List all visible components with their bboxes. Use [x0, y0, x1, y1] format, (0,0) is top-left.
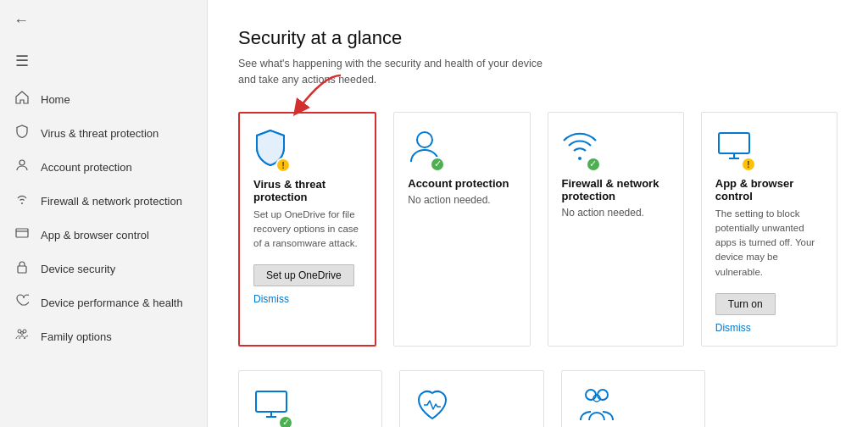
cards-row-1: ! Virus & threat protection Set up OneDr… [238, 112, 837, 347]
svg-point-8 [417, 132, 432, 147]
check-badge-device: ✓ [278, 415, 293, 427]
back-button[interactable]: ← [14, 12, 29, 30]
monitor-green-icon-area: ✓ [253, 386, 290, 427]
device-security-card: ✓ Device security View status and manage… [238, 370, 382, 427]
svg-rect-9 [719, 133, 749, 153]
sidebar-top: ← [0, 0, 207, 36]
sidebar-item-account[interactable]: Account protection [0, 150, 207, 184]
sidebar-item-home[interactable]: Home [0, 82, 207, 116]
firewall-card: ✓ Firewall & network protection No actio… [548, 112, 684, 347]
shield-warn-icon-area: ! [253, 129, 287, 169]
family-icon-area [576, 386, 618, 427]
setup-onedrive-button[interactable]: Set up OneDrive [253, 264, 354, 286]
sidebar-label-device-security: Device security [41, 263, 115, 275]
turn-on-button[interactable]: Turn on [715, 293, 776, 315]
warning-badge-app: ! [741, 157, 756, 172]
check-badge-account: ✓ [430, 157, 445, 172]
device-health-card: Device performance & health No action ne… [399, 370, 543, 427]
check-badge-firewall: ✓ [586, 157, 601, 172]
virus-card-desc: Set up OneDrive for file recovery option… [253, 208, 361, 252]
firewall-card-status: No action needed. [562, 207, 670, 219]
account-card-status: No action needed. [408, 194, 515, 206]
warning-badge: ! [275, 158, 291, 173]
svg-point-6 [21, 332, 24, 335]
page-title: Security at a glance [238, 27, 837, 49]
shield-icon [14, 125, 31, 141]
home-icon [14, 91, 31, 108]
lock-icon [14, 260, 31, 277]
svg-point-16 [598, 390, 608, 400]
person-icon [14, 158, 31, 175]
app-browser-dismiss-link[interactable]: Dismiss [715, 322, 823, 334]
heart-icon-nav [14, 294, 31, 311]
app-browser-card: ! App & browser control The setting to b… [701, 112, 837, 347]
svg-rect-3 [18, 266, 26, 273]
person-check-icon-area: ✓ [408, 128, 442, 169]
cards-row-2: ✓ Device security View status and manage… [238, 370, 837, 427]
wifi-icon [14, 192, 31, 209]
svg-rect-1 [16, 229, 28, 237]
sidebar-label-firewall: Firewall & network protection [41, 195, 182, 208]
menu-icon[interactable]: ☰ [2, 43, 207, 79]
family-options-card: Family options Manage how your family us… [561, 370, 705, 427]
wifi-check-icon-area: ✓ [562, 128, 598, 169]
sidebar-label-home: Home [41, 93, 70, 106]
sidebar-item-device-health[interactable]: Device performance & health [0, 286, 207, 319]
heart-icon [414, 386, 451, 424]
account-protection-card: ✓ Account protection No action needed. [393, 112, 530, 347]
sidebar-label-virus: Virus & threat protection [41, 127, 159, 140]
sidebar-item-virus[interactable]: Virus & threat protection [0, 116, 207, 150]
sidebar-item-device-security[interactable]: Device security [0, 252, 207, 286]
family-icon [576, 386, 618, 424]
sidebar-label-app-browser: App & browser control [41, 229, 149, 241]
heart-icon-area [414, 386, 451, 427]
sidebar-nav: Home Virus & threat protection Account p… [0, 82, 207, 353]
family-icon-nav [14, 328, 31, 345]
sidebar-label-account: Account protection [41, 161, 132, 174]
account-card-title: Account protection [408, 177, 515, 190]
virus-threat-card: ! Virus & threat protection Set up OneDr… [238, 112, 376, 347]
monitor-warn-icon-area: ! [715, 128, 753, 169]
app-browser-card-desc: The setting to block potentially unwante… [715, 207, 823, 280]
sidebar-item-firewall[interactable]: Firewall & network protection [0, 184, 207, 218]
sidebar-label-device-health: Device performance & health [41, 297, 183, 309]
empty-spacer [722, 370, 837, 427]
app-browser-card-title: App & browser control [715, 177, 823, 202]
sidebar-item-family[interactable]: Family options [0, 319, 207, 353]
svg-point-0 [19, 160, 25, 165]
sidebar-label-family: Family options [41, 330, 112, 343]
virus-dismiss-link[interactable]: Dismiss [253, 293, 361, 305]
page-subtitle: See what's happening with the security a… [238, 56, 837, 88]
firewall-card-title: Firewall & network protection [562, 177, 670, 202]
sidebar: ← ☰ Home Virus & threat protection Accou… [0, 0, 208, 427]
svg-point-15 [586, 390, 596, 400]
main-content: Security at a glance See what's happenin… [208, 0, 868, 427]
browser-icon [14, 226, 31, 243]
sidebar-item-app-browser[interactable]: App & browser control [0, 218, 207, 252]
virus-card-title: Virus & threat protection [253, 178, 361, 203]
svg-rect-12 [256, 391, 287, 412]
